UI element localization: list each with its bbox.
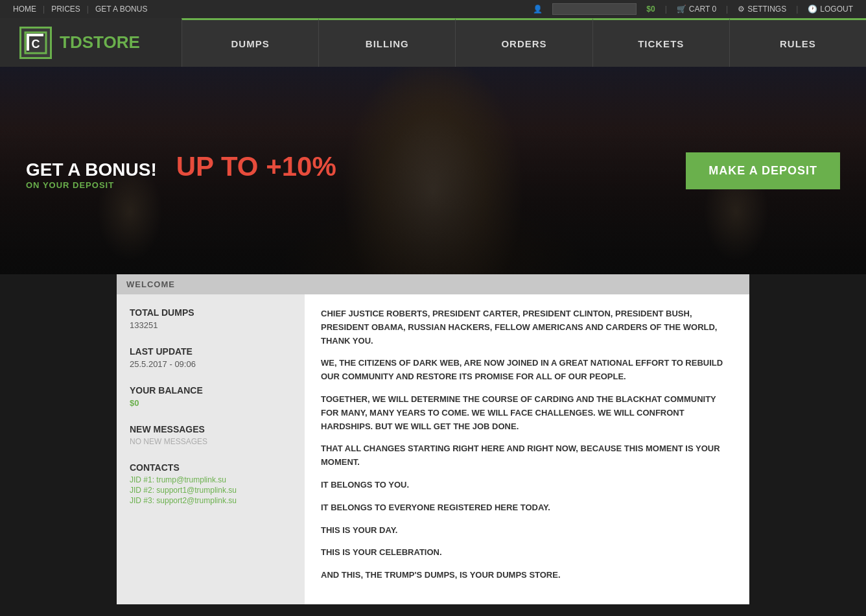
svg-rect-0 xyxy=(25,32,46,53)
last-update-value: 25.5.2017 - 09:06 xyxy=(130,359,292,369)
total-dumps-label: TOTAL DUMPS xyxy=(130,307,292,318)
username-input[interactable] xyxy=(552,3,637,15)
last-update-label: LAST UPDATE xyxy=(130,346,292,357)
messages-value: NO NEW MESSAGES xyxy=(130,437,292,446)
paragraph-1: CHIEF JUSTICE ROBERTS, PRESIDENT CARTER,… xyxy=(321,307,733,348)
nav-rules[interactable]: RULES xyxy=(729,18,866,67)
logo-prefix: TD xyxy=(60,32,82,52)
paragraph-9: AND THIS, THE TRUMP'S DUMPS, IS YOUR DUM… xyxy=(321,569,733,582)
sidebar: TOTAL DUMPS 133251 LAST UPDATE 25.5.2017… xyxy=(117,294,305,604)
hero-content: GET A BONUS! ON YOUR DEPOSIT UP TO +10% … xyxy=(0,151,866,190)
total-dumps-value: 133251 xyxy=(130,320,292,330)
bonus-text: GET A BONUS! ON YOUR DEPOSIT xyxy=(26,160,157,190)
bonus-amount: UP TO +10% xyxy=(176,151,336,182)
cart-label: CART 0 xyxy=(689,5,716,14)
paragraph-7: THIS IS YOUR DAY. xyxy=(321,524,733,538)
gear-icon: ⚙ xyxy=(738,5,745,14)
contact-1[interactable]: JID #1: trump@trumplink.su xyxy=(130,475,292,484)
contact-3[interactable]: JID #3: support2@trumplink.su xyxy=(130,496,292,505)
contacts-label: CONTACTS xyxy=(130,462,292,473)
paragraph-4: THAT ALL CHANGES STARTING RIGHT HERE AND… xyxy=(321,442,733,469)
getbonus-link[interactable]: GET A BONUS xyxy=(95,5,147,14)
nav-dumps[interactable]: DUMPS xyxy=(181,18,318,67)
home-link[interactable]: HOME xyxy=(13,5,36,14)
nav-billing[interactable]: BILLING xyxy=(318,18,455,67)
contact-2[interactable]: JID #2: support1@trumplink.su xyxy=(130,486,292,495)
settings-link[interactable]: ⚙ SETTINGS xyxy=(738,5,786,14)
sep5: | xyxy=(796,5,798,14)
top-bar: HOME | PRICES | GET A BONUS 👤 $0 | 🛒 CAR… xyxy=(0,0,866,18)
bonus-prefix: UP TO xyxy=(176,151,266,182)
sep3: | xyxy=(665,5,667,14)
balance-display: $0 xyxy=(646,5,655,14)
balance-label: YOUR BALANCE xyxy=(130,385,292,396)
bonus-highlight: +10% xyxy=(266,151,336,182)
logout-link[interactable]: 🕐 LOGOUT xyxy=(808,5,853,14)
logo-suffix: STORE xyxy=(82,32,140,52)
clock-icon: 🕐 xyxy=(808,5,817,14)
top-bar-links: HOME | PRICES | GET A BONUS xyxy=(13,5,147,14)
balance-section: YOUR BALANCE $0 xyxy=(130,385,292,408)
hero-banner: GET A BONUS! ON YOUR DEPOSIT UP TO +10% … xyxy=(0,67,866,274)
logo-area: C TDSTORE xyxy=(0,18,181,67)
messages-label: NEW MESSAGES xyxy=(130,424,292,434)
top-bar-right: 👤 $0 | 🛒 CART 0 | ⚙ SETTINGS | 🕐 LOGOUT xyxy=(533,3,853,15)
sep1: | xyxy=(43,5,45,14)
welcome-section: WELCOME TOTAL DUMPS 133251 LAST UPDATE 2… xyxy=(117,274,749,604)
nav-orders[interactable]: ORDERS xyxy=(455,18,592,67)
bonus-title: GET A BONUS! xyxy=(26,160,157,180)
messages-section: NEW MESSAGES NO NEW MESSAGES xyxy=(130,424,292,446)
cart-display[interactable]: 🛒 CART 0 xyxy=(677,5,716,14)
paragraph-5: IT BELONGS TO YOU. xyxy=(321,479,733,492)
paragraph-8: THIS IS YOUR CELEBRATION. xyxy=(321,546,733,560)
prices-link[interactable]: PRICES xyxy=(51,5,80,14)
contacts-section: CONTACTS JID #1: trump@trumplink.su JID … xyxy=(130,462,292,505)
welcome-body: TOTAL DUMPS 133251 LAST UPDATE 25.5.2017… xyxy=(117,294,749,604)
nav-items: DUMPS BILLING ORDERS TICKETS RULES xyxy=(181,18,866,67)
balance-value: $0 xyxy=(130,398,292,408)
paragraph-6: IT BELONGS TO EVERYONE REGISTERED HERE T… xyxy=(321,501,733,515)
svg-text:C: C xyxy=(32,38,40,51)
main-content: CHIEF JUSTICE ROBERTS, PRESIDENT CARTER,… xyxy=(305,294,749,604)
paragraph-2: WE, THE CITIZENS OF DARK WEB, ARE NOW JO… xyxy=(321,357,733,384)
logout-label: LOGOUT xyxy=(820,5,853,14)
bonus-sub: ON YOUR DEPOSIT xyxy=(26,180,157,190)
paragraph-3: TOGETHER, WE WILL DETERMINE THE COURSE O… xyxy=(321,393,733,433)
sep2: | xyxy=(87,5,89,14)
deposit-button[interactable]: MAKE A DEPOSIT xyxy=(686,152,840,189)
cart-icon: 🛒 xyxy=(677,5,686,14)
total-dumps-section: TOTAL DUMPS 133251 xyxy=(130,307,292,330)
nav-bar: C TDSTORE DUMPS BILLING ORDERS TICKETS R… xyxy=(0,18,866,67)
last-update-section: LAST UPDATE 25.5.2017 - 09:06 xyxy=(130,346,292,369)
nav-tickets[interactable]: TICKETS xyxy=(592,18,729,67)
welcome-header: WELCOME xyxy=(117,274,749,294)
sep4: | xyxy=(726,5,728,14)
settings-label: SETTINGS xyxy=(747,5,786,14)
logo-text: TDSTORE xyxy=(60,32,140,53)
user-icon: 👤 xyxy=(533,5,543,14)
bonus-left: GET A BONUS! ON YOUR DEPOSIT UP TO +10% xyxy=(26,151,336,190)
logo-icon: C xyxy=(19,27,52,59)
